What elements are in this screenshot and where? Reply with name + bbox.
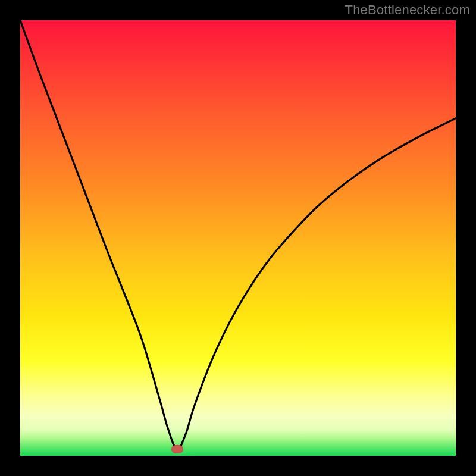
chart-frame: TheBottlenecker.com [0,0,476,476]
attribution-label: TheBottlenecker.com [345,2,470,18]
plot-area [20,20,456,456]
curve-path [20,20,456,449]
bottleneck-curve [20,20,456,456]
min-marker [171,445,183,453]
